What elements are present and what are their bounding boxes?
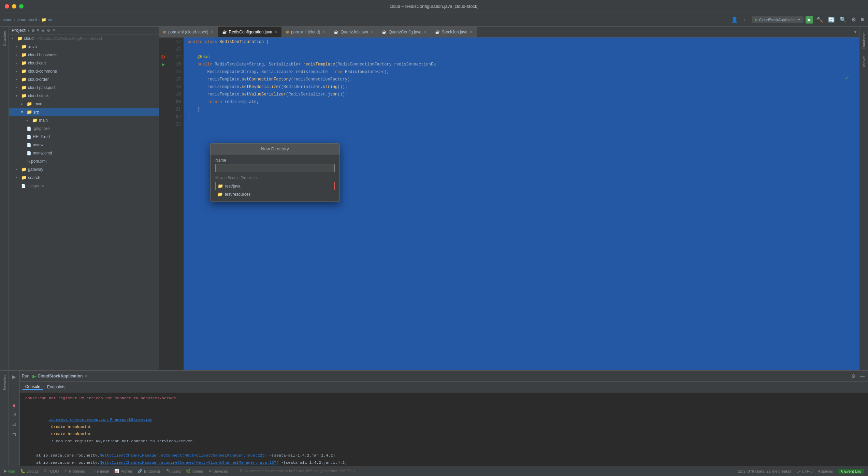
link-netty-1[interactable]: NettyClientChannelManager.doConnect(Nett… <box>100 453 267 458</box>
tree-item-cloud-bussiness[interactable]: 📁 cloud-bussiness <box>9 51 159 59</box>
tree-item-stock-mvn[interactable]: 📁 .mvn <box>9 100 159 108</box>
settings-icon[interactable]: ⚙ <box>47 28 50 33</box>
minimize-button[interactable] <box>12 4 16 9</box>
tab-pom-cloud[interactable]: m pom.xml (cloud) ✕ <box>282 27 330 38</box>
console-tabs: Console Endpoints <box>20 382 868 392</box>
favorites-tab[interactable]: Favorites <box>1 371 8 394</box>
settings-button[interactable]: ⚙ <box>850 15 857 24</box>
debug-status-item[interactable]: 🐛 Debug <box>20 469 38 473</box>
indent-info[interactable]: 4 spaces <box>818 469 833 473</box>
spring-status-item[interactable]: 🌿 Spring <box>186 469 203 473</box>
tree-item-mvnw[interactable]: 📄 mvnw <box>9 141 159 149</box>
tabs-more-button[interactable]: ▾ <box>852 30 859 34</box>
search-button[interactable]: 🔍 <box>838 15 848 24</box>
filter-icon[interactable]: ⊟ <box>41 28 45 33</box>
services-status-item[interactable]: ⚙ Services <box>208 469 228 473</box>
gutter-12 <box>159 38 167 46</box>
tab-stock-job[interactable]: ☕ StockJob.java ✕ <box>431 27 477 38</box>
tree-item-cloud-passport[interactable]: 📁 cloud-passport <box>9 84 159 92</box>
tree-item-mvn[interactable]: 📁 .mvn <box>9 43 159 51</box>
back-button[interactable]: ← <box>741 15 750 24</box>
tree-item-gitignore-stock[interactable]: 📄 .gitignore <box>9 124 159 133</box>
more-button[interactable]: ≡ <box>859 15 865 24</box>
link-netty-2[interactable]: NettyClientChannelManager.acquireChannel… <box>100 460 279 465</box>
run-close-btn[interactable]: ✕ <box>85 374 88 378</box>
tab-close-pom-cloud[interactable]: ✕ <box>322 30 325 34</box>
position-info[interactable]: 22:2 (876 chars, 22 line breaks) <box>738 469 791 473</box>
console-tab[interactable]: Console <box>23 384 43 390</box>
tree-item-cloud-stock[interactable]: 📁 cloud-stock <box>9 92 159 100</box>
right-panel: Database Maven <box>859 27 868 370</box>
tab-close-quartz[interactable]: ✕ <box>370 30 373 34</box>
encoding-info[interactable]: LF UTF-8 <box>796 469 812 473</box>
framework-exception-link[interactable]: io.seata.common.exception.FrameworkExcep… <box>49 417 153 422</box>
settings-run-btn[interactable]: ⚙ <box>850 372 857 380</box>
event-log[interactable]: 6 Event Log <box>838 469 864 474</box>
scroll-down-btn[interactable]: ↓ <box>12 392 17 400</box>
src-folder-icon: 📁 <box>27 108 32 116</box>
problems-status-item[interactable]: ⚠ Problems <box>64 469 85 473</box>
create-breakpoint-2[interactable]: Create breakpoint <box>49 432 91 436</box>
tab-close-pom-stock[interactable]: ✕ <box>211 30 214 34</box>
run-icon-btn[interactable]: ▶ <box>11 373 17 381</box>
run-button[interactable]: ▶ <box>806 16 813 24</box>
breadcrumb-src[interactable]: src <box>48 17 53 22</box>
status-bar: ▶ Run 🐛 Debug ☑ TODO ⚠ Problems ⊞ Termin… <box>0 466 868 476</box>
tree-item-search[interactable]: 📁 search <box>9 174 159 182</box>
tab-close-stock[interactable]: ✕ <box>469 30 473 34</box>
gutter-14-bean[interactable]: 🫘 <box>159 53 167 61</box>
window-controls[interactable] <box>5 4 24 9</box>
scroll-up-btn[interactable]: ↑ <box>12 382 17 390</box>
tree-item-cloud-commons[interactable]: 📁 cloud-commons <box>9 67 159 75</box>
tree-item-help[interactable]: 📄 HELP.md <box>9 133 159 141</box>
profile-button[interactable]: 👤 <box>730 15 739 24</box>
tree-item-src[interactable]: 📁 src <box>9 108 159 116</box>
profiler-status-item[interactable]: 📊 Profiler <box>114 469 132 473</box>
maven-tab[interactable]: Maven <box>860 52 867 70</box>
tree-item-cloud-cart[interactable]: 📁 cloud-cart <box>9 59 159 67</box>
maximize-button[interactable] <box>19 4 24 9</box>
popup-option-test-resources[interactable]: 📁 test/resources <box>215 190 335 198</box>
database-tab[interactable]: Database <box>860 29 867 52</box>
tree-item-pom-stock[interactable]: m pom.xml <box>9 157 159 165</box>
tab-close-quartz-config[interactable]: ✕ <box>423 30 426 34</box>
tree-item-mvnw-cmd[interactable]: 📄 mvnw.cmd <box>9 149 159 157</box>
gutter-15-run[interactable]: ▶ <box>159 61 167 68</box>
close-panel-icon[interactable]: ✕ <box>53 28 56 33</box>
run-status-item[interactable]: ▶ Run <box>4 469 15 473</box>
clear-btn[interactable]: 🗑 <box>11 430 18 438</box>
locate-icon[interactable]: ⊕ <box>31 28 35 33</box>
endpoints-tab[interactable]: Endpoints <box>44 385 68 389</box>
tree-item-cloud[interactable]: 📁 cloud ~/Desktop/JAVA/JavaBlogRecord/cl… <box>9 34 159 43</box>
tab-quartz-config[interactable]: ☕ QuartzConfig.java ✕ <box>378 27 431 38</box>
breadcrumb-cloud-stock[interactable]: cloud-stock <box>17 17 38 22</box>
tab-pom-cloud-stock[interactable]: m pom.xml (cloud-stock) ✕ <box>159 27 218 38</box>
tree-item-gateway[interactable]: 📁 gateway <box>9 165 159 174</box>
popup-option-test-java[interactable]: 📁 test/java <box>215 182 335 190</box>
build-status-item[interactable]: 🔨 Build <box>166 469 180 473</box>
endpoints-status-item[interactable]: 🔗 Endpoints <box>138 469 161 473</box>
collapse-icon[interactable]: ≡ <box>37 28 39 33</box>
structure-tab[interactable]: Structure <box>1 27 8 50</box>
minimize-run-btn[interactable]: — <box>858 372 866 380</box>
tab-quartz-job[interactable]: ☕ QuartzJob.java ✕ <box>330 27 378 38</box>
rerun-btn[interactable]: ↺ <box>11 411 18 419</box>
stop-btn[interactable]: ■ <box>11 401 17 410</box>
popup-name-input[interactable] <box>215 164 335 172</box>
tab-close-redis[interactable]: ✕ <box>274 30 277 34</box>
tree-item-main[interactable]: 📁 main <box>9 116 159 124</box>
todo-status-item[interactable]: ☑ TODO <box>43 469 59 473</box>
code-editor[interactable]: public class RedisConfiguration { @Bean … <box>184 38 859 370</box>
run-config-dropdown[interactable]: ▶ CloudStockApplication ▾ <box>752 16 804 23</box>
terminal-status-item[interactable]: ⊞ Terminal <box>90 469 109 473</box>
update-button[interactable]: 🔄 <box>827 15 836 24</box>
create-breakpoint-1[interactable]: Create breakpoint <box>49 425 93 429</box>
tree-item-cloud-order[interactable]: 📁 cloud-order <box>9 75 159 84</box>
close-button[interactable] <box>5 4 9 9</box>
breadcrumb-cloud[interactable]: cloud <box>3 17 13 22</box>
build-button[interactable]: 🔨 <box>815 15 825 24</box>
tab-redis-config[interactable]: ☕ RedisConfiguration.java ✕ <box>218 27 282 38</box>
tree-item-gitignore-root[interactable]: 📄 .gitignore <box>9 182 159 190</box>
project-dropdown-icon[interactable]: ▾ <box>28 29 29 32</box>
wrap-btn[interactable]: ⇄ <box>11 420 18 429</box>
